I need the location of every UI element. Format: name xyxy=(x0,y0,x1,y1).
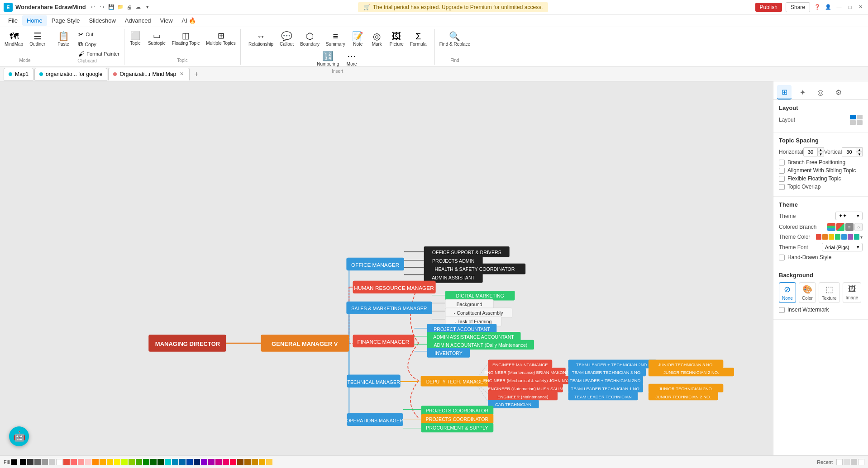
swatch-white[interactable] xyxy=(56,459,62,465)
swatch-blue[interactable] xyxy=(179,459,186,465)
recent-white[interactable] xyxy=(836,459,843,465)
alignment-sibling-checkbox[interactable] xyxy=(779,168,785,174)
tc-1[interactable] xyxy=(816,234,821,240)
floating-assistant[interactable]: 🤖 xyxy=(9,426,29,446)
vertical-up-btn[interactable]: ▲ xyxy=(856,147,863,152)
menu-slideshow[interactable]: Slideshow xyxy=(85,15,120,26)
menu-page-style[interactable]: Page Style xyxy=(47,15,85,26)
branch-free-checkbox[interactable] xyxy=(779,160,785,165)
tab-close-mindmap[interactable]: ✕ xyxy=(179,71,185,77)
topic-overlap-checkbox[interactable] xyxy=(779,184,785,190)
more-btn[interactable]: ▾ xyxy=(144,4,151,11)
hand-drawn-checkbox[interactable] xyxy=(779,255,785,260)
swatch-brown[interactable] xyxy=(237,459,243,465)
menu-file[interactable]: File xyxy=(4,15,22,26)
cut-btn[interactable]: ✂ Cut xyxy=(76,30,122,39)
formula-btn[interactable]: Σ Formula xyxy=(407,30,429,49)
tc-7[interactable] xyxy=(854,234,859,240)
cloud-btn[interactable]: ☁ xyxy=(135,4,142,11)
minimize-btn[interactable]: — xyxy=(835,4,843,11)
publish-button[interactable]: Publish xyxy=(755,3,782,12)
canvas[interactable]: MANAGING DIRECTOR GENERAL MANAGER V OFFI… xyxy=(0,81,773,455)
swatch-dark-blue[interactable] xyxy=(186,459,193,465)
bg-color-btn[interactable]: 🎨 Color xyxy=(799,282,816,303)
relationship-btn[interactable]: ↔ Relationship xyxy=(246,30,276,49)
bg-texture-btn[interactable]: ⬚ Texture xyxy=(819,282,840,303)
vertical-spinner[interactable]: ▲ ▼ xyxy=(842,147,863,156)
tc-4[interactable] xyxy=(835,234,840,240)
swatch-dark[interactable] xyxy=(27,459,33,465)
swatch-rose[interactable] xyxy=(215,459,222,465)
horizontal-up-btn[interactable]: ▲ xyxy=(818,147,824,152)
theme-dropdown[interactable]: ✦✦ ▾ xyxy=(835,212,863,220)
swatch-orange[interactable] xyxy=(92,459,99,465)
cb-option-3[interactable]: ≡ xyxy=(845,223,854,231)
swatch-purple[interactable] xyxy=(201,459,207,465)
swatch-forest[interactable] xyxy=(150,459,157,465)
flexible-floating-checkbox[interactable] xyxy=(779,176,785,182)
swatch-navy[interactable] xyxy=(194,459,200,465)
numbering-btn[interactable]: 🔢 Numbering xyxy=(314,50,342,69)
swatch-black[interactable] xyxy=(20,459,26,465)
note-btn[interactable]: 📝 Note xyxy=(349,30,367,49)
swatch-crimson[interactable] xyxy=(230,459,236,465)
mindmap-btn[interactable]: 🗺 MindMap xyxy=(2,30,26,49)
callout-btn[interactable]: 💬 Callout xyxy=(277,30,296,49)
open-btn[interactable]: 📁 xyxy=(117,4,124,11)
redo-btn[interactable]: ↪ xyxy=(99,4,106,11)
horizontal-down-btn[interactable]: ▼ xyxy=(818,152,824,156)
panel-tab-info[interactable]: ◎ xyxy=(813,85,828,99)
tc-3[interactable] xyxy=(829,234,834,240)
vertical-input[interactable] xyxy=(842,147,856,156)
panel-tab-style[interactable]: ✦ xyxy=(795,85,810,99)
copy-btn[interactable]: ⧉ Copy xyxy=(76,39,122,49)
swatch-pink[interactable] xyxy=(78,459,84,465)
swatch-lightgray[interactable] xyxy=(42,459,48,465)
find-replace-btn[interactable]: 🔍 Find & Replace xyxy=(437,30,473,49)
tab-google[interactable]: organizatio... for google xyxy=(34,68,107,80)
multiple-topics-btn[interactable]: ⊞ Multiple Topics xyxy=(203,30,238,48)
boundary-btn[interactable]: ⬡ Boundary xyxy=(297,30,322,49)
summary-btn[interactable]: ≡ Summary xyxy=(323,30,348,49)
menu-ai[interactable]: AI 🔥 xyxy=(177,15,201,26)
help-btn[interactable]: ❓ xyxy=(814,4,821,11)
horizontal-spinner[interactable]: ▲ ▼ xyxy=(803,147,824,156)
horizontal-input[interactable] xyxy=(803,147,818,156)
close-btn[interactable]: ✕ xyxy=(857,4,864,11)
tc-6[interactable] xyxy=(848,234,853,240)
menu-home[interactable]: Home xyxy=(22,15,47,26)
swatch-silver[interactable] xyxy=(49,459,55,465)
panel-tab-layout[interactable]: ⊞ xyxy=(777,85,792,99)
swatch-lightred[interactable] xyxy=(71,459,77,465)
panel-tab-settings[interactable]: ⚙ xyxy=(831,85,846,99)
swatch-gold[interactable] xyxy=(259,459,265,465)
vertical-down-btn[interactable]: ▼ xyxy=(856,152,863,156)
tab-map1[interactable]: Map1 xyxy=(4,68,33,80)
tab-add-btn[interactable]: + xyxy=(191,69,202,79)
bg-none-btn[interactable]: ⊘ None xyxy=(779,282,796,303)
swatch-lime[interactable] xyxy=(121,459,128,465)
layout-selector[interactable] xyxy=(850,115,863,125)
swatch-cyan[interactable] xyxy=(165,459,171,465)
format-painter-btn[interactable]: 🖌 Format Painter xyxy=(76,49,122,58)
picture-btn[interactable]: 🖼 Picture xyxy=(387,30,406,49)
account-btn[interactable]: 👤 xyxy=(825,4,832,11)
undo-btn[interactable]: ↩ xyxy=(90,4,97,11)
cb-option-1[interactable] xyxy=(827,223,835,231)
swatch-dark-green[interactable] xyxy=(143,459,149,465)
topic-btn[interactable]: ⬜ Topic xyxy=(126,30,144,48)
swatch-hot-pink[interactable] xyxy=(223,459,229,465)
fill-color-indicator[interactable] xyxy=(11,459,17,465)
swatch-green[interactable] xyxy=(136,459,142,465)
swatch-yellow[interactable] xyxy=(107,459,113,465)
cb-option-2[interactable] xyxy=(836,223,844,231)
subtopic-btn[interactable]: ▭ Subtopic xyxy=(145,30,168,48)
tc-5[interactable] xyxy=(841,234,847,240)
theme-color-chevron[interactable]: ▾ xyxy=(860,235,863,240)
recent-silver[interactable] xyxy=(851,459,857,465)
theme-font-dropdown[interactable]: Arial (Pigs) ▾ xyxy=(822,243,863,251)
swatch-chocolate[interactable] xyxy=(244,459,251,465)
menu-advanced[interactable]: Advanced xyxy=(120,15,156,26)
swatch-lightpink[interactable] xyxy=(85,459,91,465)
swatch-magenta[interactable] xyxy=(208,459,215,465)
